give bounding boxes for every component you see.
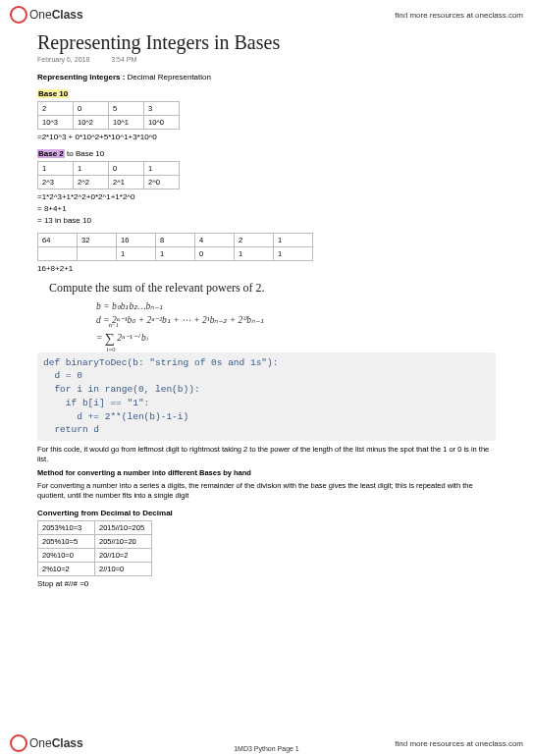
cell: 0 — [195, 247, 235, 261]
intro-label: Representing Integers : — [37, 73, 125, 81]
wide-section: 64 32 16 8 4 2 1 1 1 0 1 1 16+8+2+1 — [37, 233, 496, 273]
base10-expansion: =2*10^3 + 0*10^2+5*10^1+3*10^0 — [37, 133, 496, 141]
cell — [38, 247, 78, 261]
header-link[interactable]: find more resources at oneclass.com — [395, 11, 523, 20]
sigma-upper: n−1 — [109, 320, 119, 330]
meta-date: February 6, 2018 — [37, 56, 89, 63]
cell: 3 — [144, 102, 180, 116]
cell: 2^2 — [74, 176, 109, 189]
base2-exp2: = 8+4+1 — [37, 204, 496, 213]
base2-exp1: =1*2^3+1*2^2+0*2^1+1*2^0 — [37, 192, 496, 201]
code-explain: For this code, it would go from leftmost… — [37, 445, 496, 464]
code-block: def binaryToDec(b: "string of 0s and 1s"… — [37, 352, 496, 442]
math-l1: b = b₀b₁b₂…bₙ₋₁ — [96, 299, 496, 313]
math-l3: = n−1 ∑ i=0 2ⁿ⁻¹⁻ⁱ bᵢ — [96, 328, 496, 349]
table-row: 1 1 0 1 — [38, 162, 180, 176]
page-body: Representing Integers in Bases February … — [0, 26, 533, 588]
cell: 2053%10=3 — [38, 520, 95, 534]
math-l3-pre: = — [96, 332, 105, 342]
cell: 20//10=2 — [95, 548, 152, 562]
method-heading: Method for converting a number into diff… — [37, 468, 496, 478]
table-row: 64 32 16 8 4 2 1 — [38, 234, 313, 247]
dec-stop: Stop at #//# =0 — [37, 579, 496, 588]
method-body: For converting a number into a series a … — [37, 481, 496, 501]
cell: 0 — [109, 162, 144, 176]
dec-heading: Converting from Decimal to Decimal — [37, 509, 496, 517]
table-row: 2^3 2^2 2^1 2^0 — [38, 176, 180, 189]
footer-brand-icon — [10, 734, 27, 752]
base10-table: 2 0 5 3 10^3 10^2 10^1 10^0 — [37, 101, 180, 130]
table-row: 2%10=22//10=0 — [38, 562, 152, 575]
page-footer: OneClass find more resources at oneclass… — [0, 734, 533, 752]
cell: 205//10=20 — [95, 534, 152, 548]
footer-brand-class: Class — [52, 736, 83, 750]
cell: 10^1 — [109, 116, 144, 130]
cell: 2//10=0 — [95, 562, 152, 575]
brand-class: Class — [52, 8, 83, 22]
cell: 2 — [235, 234, 274, 247]
cell: 1 — [274, 247, 313, 261]
cell: 10^2 — [74, 116, 109, 130]
cell — [78, 247, 117, 261]
wide-sum: 16+8+2+1 — [37, 264, 496, 273]
cell: 2^3 — [38, 176, 74, 189]
intro-text: Decimal Representation — [125, 73, 211, 81]
math-block: b = b₀b₁b₂…bₙ₋₁ d = 2ⁿ⁻¹b₀ + 2ⁿ⁻²b₁ + ⋯ … — [96, 299, 496, 349]
cell: 20%10=0 — [38, 548, 95, 562]
cell: 2^1 — [109, 176, 144, 189]
cell: 2%10=2 — [38, 562, 95, 575]
base2-section: Base 2 to Base 10 1 1 0 1 2^3 2^2 2^1 2^… — [37, 149, 496, 225]
math-l2: d = 2ⁿ⁻¹b₀ + 2ⁿ⁻²b₁ + ⋯ + 2¹bₙ₋₂ + 2⁰bₙ₋… — [96, 313, 496, 327]
brand-logo: OneClass — [10, 6, 83, 24]
footer-link[interactable]: find more resources at oneclass.com — [395, 739, 523, 748]
base2-exp3: = 13 in base 10 — [37, 216, 496, 225]
cell: 5 — [109, 102, 144, 116]
brand-one: One — [29, 8, 52, 22]
table-row: 205%10=5205//10=20 — [38, 534, 152, 548]
cell: 32 — [78, 234, 117, 247]
brand-icon — [10, 6, 27, 24]
footer-brand-text: OneClass — [29, 736, 83, 750]
table-row: 2 0 5 3 — [38, 102, 180, 116]
footer-brand-one: One — [29, 736, 52, 750]
table-row: 20%10=020//10=2 — [38, 548, 152, 562]
cell: 64 — [38, 234, 78, 247]
cell: 1 — [274, 234, 313, 247]
powers-table: 64 32 16 8 4 2 1 1 1 0 1 1 — [37, 233, 313, 261]
cell: 1 — [38, 162, 74, 176]
compute-heading: Compute the sum of the relevant powers o… — [49, 281, 496, 296]
dec-section: Converting from Decimal to Decimal 2053%… — [37, 509, 496, 588]
page-meta: February 6, 2018 3:54 PM — [37, 56, 496, 63]
cell: 4 — [195, 234, 235, 247]
cell: 10^3 — [38, 116, 74, 130]
base2-label-a: Base 2 — [37, 149, 65, 158]
dec-table: 2053%10=32015//10=205 205%10=5205//10=20… — [37, 520, 152, 576]
math-l3-body: 2ⁿ⁻¹⁻ⁱ bᵢ — [117, 332, 148, 342]
table-row: 2053%10=32015//10=205 — [38, 520, 152, 534]
meta-time: 3:54 PM — [111, 56, 136, 63]
sigma-lower: i=0 — [107, 345, 116, 354]
cell: 10^0 — [144, 116, 180, 130]
table-row: 10^3 10^2 10^1 10^0 — [38, 116, 180, 130]
cell: 16 — [117, 234, 156, 247]
cell: 1 — [74, 162, 109, 176]
cell: 8 — [156, 234, 195, 247]
cell: 205%10=5 — [38, 534, 95, 548]
cell: 1 — [156, 247, 195, 261]
cell: 1 — [117, 247, 156, 261]
cell: 1 — [235, 247, 274, 261]
page-title: Representing Integers in Bases — [37, 31, 496, 54]
cell: 0 — [74, 102, 109, 116]
cell: 1 — [144, 162, 180, 176]
base2-label-b: to Base 10 — [65, 149, 104, 158]
base10-label: Base 10 — [37, 89, 69, 98]
brand-text: OneClass — [29, 8, 83, 22]
table-row: 1 1 0 1 1 — [38, 247, 313, 261]
intro-line: Representing Integers : Decimal Represen… — [37, 73, 496, 81]
cell: 2^0 — [144, 176, 180, 189]
base2-table: 1 1 0 1 2^3 2^2 2^1 2^0 — [37, 161, 180, 189]
page-header: OneClass find more resources at oneclass… — [0, 0, 533, 26]
base10-section: Base 10 2 0 5 3 10^3 10^2 10^1 10^0 =2*1… — [37, 89, 496, 141]
footer-logo: OneClass — [10, 734, 83, 752]
cell: 2015//10=205 — [95, 520, 152, 534]
